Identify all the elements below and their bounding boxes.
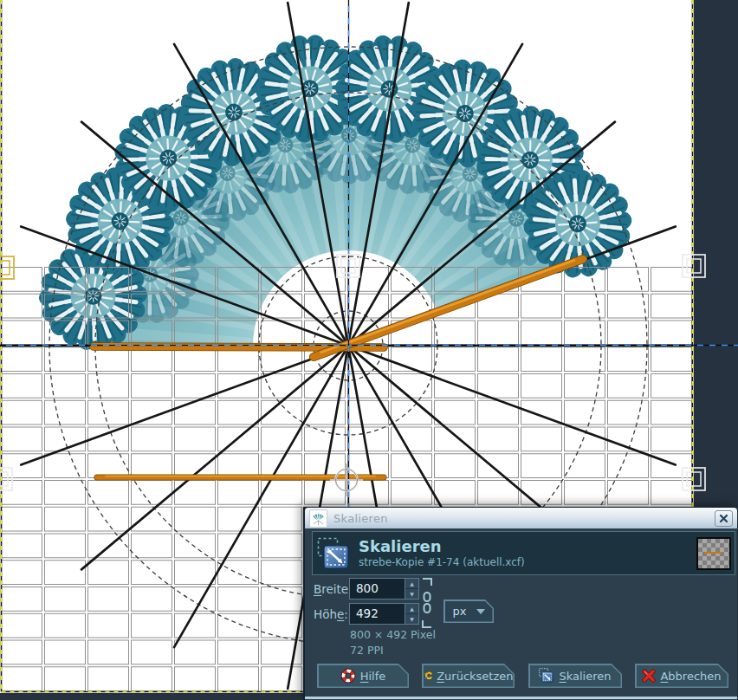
- resolution-info: 72 PPI: [350, 644, 384, 657]
- layer-thumbnail: [696, 537, 731, 570]
- chevron-down-icon: [476, 609, 485, 614]
- help-lifebuoy-icon: [340, 668, 356, 684]
- height-label: Höhe:: [314, 607, 348, 621]
- close-icon: [719, 514, 728, 523]
- cancel-label: Abbrechen: [660, 670, 721, 683]
- width-label: Breite:: [314, 582, 353, 596]
- width-input[interactable]: 800: [350, 579, 405, 599]
- scale-button[interactable]: Skalieren: [528, 664, 622, 688]
- dialog-bottom-edge: [305, 697, 737, 699]
- gimp-canvas-window: Skalieren Skalieren strebe-Kopie #1: [0, 0, 738, 700]
- help-label: Hilfe: [360, 670, 386, 683]
- window-title: Skalieren: [333, 512, 715, 525]
- reset-label: Zurücksetzen: [437, 670, 513, 683]
- close-button[interactable]: [715, 510, 733, 527]
- reset-button[interactable]: Zurücksetzen: [422, 664, 515, 688]
- cancel-x-icon: [642, 669, 656, 683]
- unit-value: px: [453, 605, 467, 618]
- height-spin-up[interactable]: ▲: [405, 604, 418, 614]
- cancel-button[interactable]: Abbrechen: [635, 664, 728, 688]
- height-input[interactable]: 492: [350, 604, 405, 624]
- width-spinbox[interactable]: 800 ▲ ▼: [349, 578, 419, 600]
- help-button[interactable]: Hilfe: [317, 664, 409, 688]
- chain-link-button[interactable]: [420, 577, 434, 629]
- scale-icon: [317, 537, 352, 572]
- scale-dialog: Skalieren Skalieren strebe-Kopie #1: [303, 507, 737, 700]
- height-spin-down[interactable]: ▼: [405, 614, 418, 624]
- dialog-title: Skalieren: [359, 538, 525, 555]
- unit-dropdown[interactable]: px: [443, 600, 494, 623]
- width-spin-up[interactable]: ▲: [405, 579, 418, 589]
- dialog-subtitle: strebe-Kopie #1-74 (aktuell.xcf): [359, 556, 525, 568]
- dialog-header: Skalieren strebe-Kopie #1-74 (aktuell.xc…: [312, 531, 735, 575]
- dialog-titlebar[interactable]: Skalieren: [305, 508, 737, 528]
- scale-button-icon: [539, 668, 554, 684]
- scale-label: Skalieren: [559, 670, 611, 683]
- fan-app-icon: [309, 509, 327, 528]
- reset-undo-icon: [424, 668, 433, 684]
- height-spinbox[interactable]: 492 ▲ ▼: [349, 603, 419, 625]
- width-spin-down[interactable]: ▼: [405, 589, 418, 599]
- pixel-size-info: 800 × 492 Pixel: [350, 628, 436, 641]
